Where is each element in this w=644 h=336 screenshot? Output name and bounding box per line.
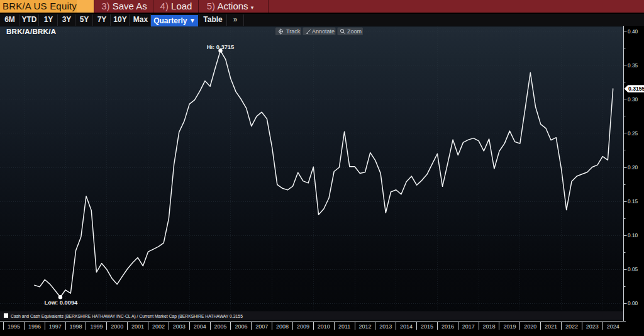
svg-text:2018: 2018 [483,323,496,330]
svg-text:2016: 2016 [441,323,454,330]
svg-text:Zoom: Zoom [347,28,362,35]
svg-text:2013: 2013 [379,323,392,330]
svg-text:Track: Track [286,28,301,35]
svg-text:2022: 2022 [565,323,578,330]
svg-text:2001: 2001 [131,323,144,330]
svg-text:1999: 1999 [90,323,103,330]
svg-text:0.20: 0.20 [628,164,638,171]
svg-text:1997: 1997 [49,323,62,330]
svg-text:0.10: 0.10 [628,232,638,238]
svg-text:0.35: 0.35 [628,62,638,69]
svg-text:0.30: 0.30 [628,96,638,103]
svg-text:2017: 2017 [462,323,475,330]
svg-text:2020: 2020 [524,323,536,330]
svg-text:2000: 2000 [111,323,123,330]
svg-text:Annotate: Annotate [312,28,335,35]
svg-text:1995: 1995 [8,323,20,330]
svg-text:Low: 0.0094: Low: 0.0094 [45,300,79,306]
svg-text:2009: 2009 [297,323,309,330]
svg-text:0.05: 0.05 [628,266,638,272]
svg-text:1998: 1998 [70,323,82,330]
svg-text:0.25: 0.25 [628,130,638,137]
svg-text:2023: 2023 [586,323,599,330]
svg-text:2024: 2024 [607,323,619,330]
svg-text:2011: 2011 [338,323,350,330]
svg-text:Cash and Cash Equivalents (BER: Cash and Cash Equivalents (BERKSHIRE HAT… [11,314,243,319]
svg-text:2010: 2010 [318,323,330,330]
svg-text:2019: 2019 [503,323,516,330]
svg-text:2021: 2021 [545,323,557,330]
svg-text:2006: 2006 [235,323,247,330]
svg-text:2008: 2008 [276,323,289,330]
svg-text:2012: 2012 [358,323,371,330]
svg-text:2002: 2002 [152,323,165,330]
svg-text:Hi: 0.3715: Hi: 0.3715 [207,44,234,50]
svg-text:2004: 2004 [194,323,206,330]
svg-text:0.40: 0.40 [628,28,638,35]
svg-text:1996: 1996 [28,323,41,330]
svg-text:BRK/A/BRK/A: BRK/A/BRK/A [6,28,56,35]
svg-text:2005: 2005 [214,323,226,330]
svg-text:0.15: 0.15 [628,198,638,204]
svg-text:0.3155: 0.3155 [628,86,644,92]
svg-text:0.00: 0.00 [628,300,638,306]
svg-text:2014: 2014 [400,323,413,330]
svg-text:2015: 2015 [421,323,433,330]
svg-text:2003: 2003 [173,323,186,330]
svg-text:2007: 2007 [255,323,268,330]
